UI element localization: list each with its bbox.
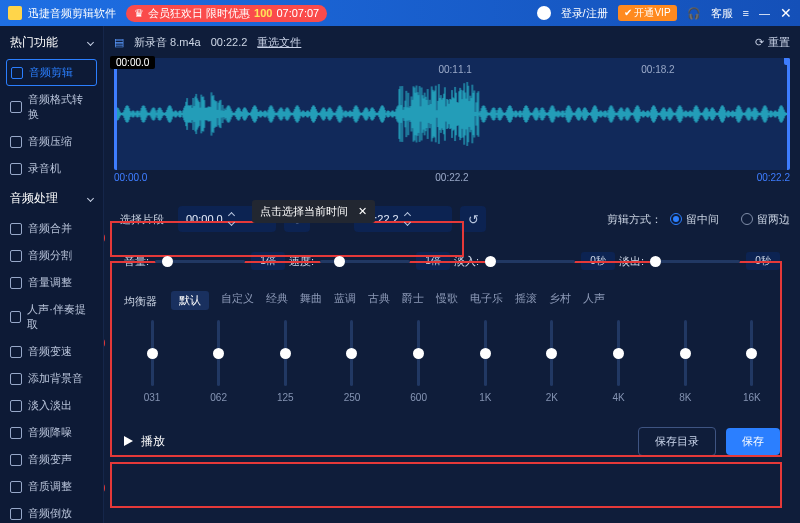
sidebar-item-label: 音频格式转换 [28,92,93,122]
service-link[interactable]: 客服 [711,6,733,21]
file-name: 新录音 8.m4a [134,35,201,50]
login-link[interactable]: 登录/注册 [561,6,608,21]
reset-label: 重置 [768,35,790,50]
sidebar-item-label: 音质调整 [28,479,72,494]
annotation-2: 2) [104,336,106,348]
vip-button[interactable]: ✔ 开通VIP [618,5,677,21]
timeline-tick: 00:18.2 [641,64,674,75]
minimize-button[interactable]: — [759,7,770,19]
sidebar-item-5[interactable]: 添加背景音 [0,365,103,392]
tool-icon [10,311,21,323]
sidebar-item-label: 音量调整 [28,275,72,290]
sidebar-item-6[interactable]: 淡入淡出 [0,392,103,419]
tool-icon [10,277,22,289]
trim-handle-right[interactable] [787,58,790,170]
file-icon: ▤ [114,36,124,49]
tool-icon [10,223,22,235]
sidebar-item-compress[interactable]: 音频压缩 [0,128,103,155]
sidebar-item-label: 音频剪辑 [29,65,73,80]
annotation-box-1 [110,221,464,257]
promo-icon: ♛ [134,7,144,20]
waveform-area: 00:00.0 00:11.1 00:18.2 00:00.0 00:22.2 … [114,58,790,183]
promo-banner[interactable]: ♛ 会员狂欢日 限时优惠 100 07:07:07 [126,5,327,22]
wave-end: 00:22.2 [757,172,790,183]
clip-icon [11,67,23,79]
eq-band-slider[interactable] [617,320,620,386]
recorder-icon [10,163,22,175]
app-name: 迅捷音频剪辑软件 [28,6,116,21]
waveform-canvas[interactable]: 00:11.1 00:18.2 [114,58,790,170]
spinner-icon[interactable] [229,213,234,225]
sidebar-item-label: 淡入淡出 [28,398,72,413]
chevron-down-icon [87,195,94,202]
compress-icon [10,136,22,148]
sidebar-item-label: 音频分割 [28,248,72,263]
fadeout-slider[interactable] [650,260,740,263]
sidebar-item-4[interactable]: 音频变速 [0,338,103,365]
timeline-tick: 00:11.1 [438,64,471,75]
sidebar-item-10[interactable]: 音频倒放 [0,500,103,523]
volume-slider[interactable] [155,260,245,263]
sidebar-item-label: 音频压缩 [28,134,72,149]
sidebar-item-recorder[interactable]: 录音机 [0,155,103,182]
sidebar-group-hot-label: 热门功能 [10,34,58,51]
sidebar-group-process-label: 音频处理 [10,190,58,207]
avatar-icon [537,6,551,20]
annotation-box-3 [110,462,782,508]
headset-icon: 🎧 [687,7,701,20]
speed-slider[interactable] [320,260,410,263]
titlebar: 迅捷音频剪辑软件 ♛ 会员狂欢日 限时优惠 100 07:07:07 登录/注册… [0,0,800,26]
eq-band-slider[interactable] [750,320,753,386]
promo-timer: 07:07:07 [276,7,319,19]
chevron-down-icon [87,39,94,46]
file-bar: ▤ 新录音 8.m4a 00:22.2 重选文件 ⟳ 重置 [114,32,790,52]
tooltip-close-icon[interactable]: ✕ [358,205,367,218]
annotation-1: 1) [104,231,106,243]
sidebar-item-3[interactable]: 人声·伴奏提取 [0,296,103,338]
sidebar-item-9[interactable]: 音质调整 [0,473,103,500]
spinner-icon[interactable] [405,213,410,225]
reselect-file-link[interactable]: 重选文件 [257,35,301,50]
clip-mode-label: 剪辑方式： [607,212,662,227]
eq-band-slider[interactable] [550,320,553,386]
promo-text: 会员狂欢日 限时优惠 [148,6,250,21]
sidebar-item-label: 音频降噪 [28,425,72,440]
time-badge: 00:00.0 [110,56,155,69]
file-duration: 00:22.2 [211,36,248,48]
eq-band-slider[interactable] [151,320,154,386]
eq-band-slider[interactable] [217,320,220,386]
sidebar-item-0[interactable]: 音频合并 [0,215,103,242]
sidebar-group-hot[interactable]: 热门功能 [0,26,103,59]
sidebar-item-format-convert[interactable]: 音频格式转换 [0,86,103,128]
tool-icon [10,346,22,358]
sidebar-item-label: 音频变声 [28,452,72,467]
eq-band-slider[interactable] [684,320,687,386]
tool-icon [10,373,22,385]
tool-icon [10,400,22,412]
tool-icon [10,481,22,493]
eq-band-slider[interactable] [284,320,287,386]
app-logo-icon [8,6,22,20]
close-button[interactable]: ✕ [780,5,792,21]
sidebar-group-process[interactable]: 音频处理 [0,182,103,215]
tooltip: 点击选择当前时间 ✕ [252,200,375,223]
sidebar-item-1[interactable]: 音频分割 [0,242,103,269]
eq-band-slider[interactable] [484,320,487,386]
menu-icon[interactable]: ≡ [743,7,749,19]
tool-icon [10,427,22,439]
sidebar-item-label: 人声·伴奏提取 [27,302,93,332]
radio-keep-middle[interactable]: 留中间 [670,212,719,227]
sidebar-item-label: 音频倒放 [28,506,72,521]
radio-keep-sides[interactable]: 留两边 [741,212,790,227]
trim-handle-left[interactable] [114,58,117,170]
eq-band-slider[interactable] [417,320,420,386]
annotation-3: 3) [104,481,106,493]
convert-icon [10,101,22,113]
reset-button[interactable]: ⟳ 重置 [755,35,790,50]
sidebar-item-audio-clip[interactable]: 音频剪辑 [6,59,97,86]
fadein-slider[interactable] [485,260,575,263]
sidebar-item-7[interactable]: 音频降噪 [0,419,103,446]
sidebar-item-2[interactable]: 音量调整 [0,269,103,296]
annotation-box-2 [110,261,782,457]
sidebar-item-8[interactable]: 音频变声 [0,446,103,473]
